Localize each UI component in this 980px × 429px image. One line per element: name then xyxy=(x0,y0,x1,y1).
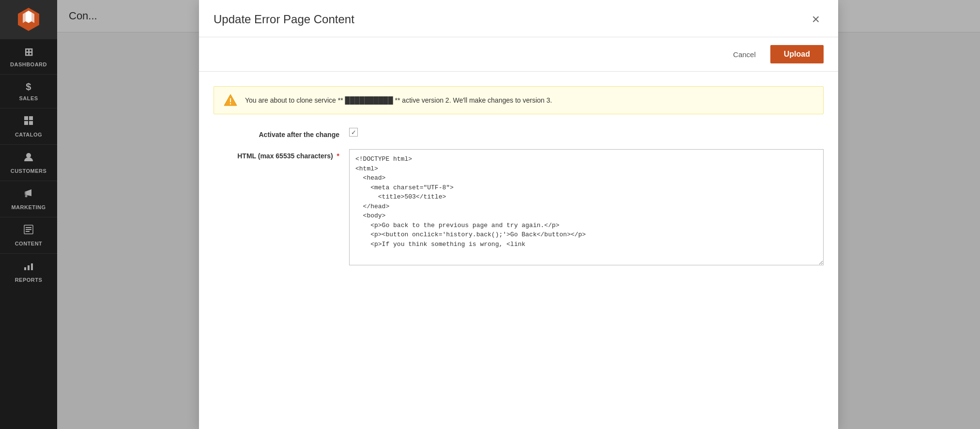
svg-point-4 xyxy=(26,153,31,158)
sidebar-item-sales-label: SALES xyxy=(19,95,38,101)
sidebar-item-customers[interactable]: CUSTOMERS xyxy=(0,144,57,181)
sidebar-item-reports-label: REPORTS xyxy=(15,277,43,283)
customers-icon xyxy=(23,152,34,165)
activate-row: Activate after the change ✓ xyxy=(214,128,824,138)
html-control xyxy=(349,149,824,265)
sidebar-item-dashboard[interactable]: ⊞ DASHBOARD xyxy=(0,39,57,74)
svg-rect-13 xyxy=(31,263,33,270)
svg-rect-2 xyxy=(24,121,28,125)
sidebar-item-customers-label: CUSTOMERS xyxy=(11,168,47,174)
warning-icon xyxy=(224,93,237,107)
modal-close-button[interactable]: × xyxy=(808,11,824,28)
content-icon xyxy=(23,224,34,238)
svg-rect-15 xyxy=(230,103,231,105)
catalog-icon xyxy=(23,115,34,129)
cancel-button[interactable]: Cancel xyxy=(724,46,765,62)
sidebar-item-catalog[interactable]: CATALOG xyxy=(0,108,57,144)
modal-body: You are about to clone service ** ██████… xyxy=(199,72,838,429)
modal-header: Update Error Page Content × xyxy=(199,0,838,37)
marketing-icon xyxy=(23,188,34,201)
reports-icon xyxy=(23,260,34,274)
sidebar-logo xyxy=(0,0,57,39)
sidebar-item-catalog-label: CATALOG xyxy=(15,132,42,138)
sales-icon: $ xyxy=(26,81,31,92)
svg-rect-14 xyxy=(230,98,231,102)
sidebar-item-dashboard-label: DASHBOARD xyxy=(10,61,47,67)
svg-rect-1 xyxy=(29,116,33,120)
sidebar-item-content-label: CONTENT xyxy=(15,241,43,246)
svg-rect-8 xyxy=(26,227,31,228)
warning-banner: You are about to clone service ** ██████… xyxy=(214,86,824,114)
dashboard-icon: ⊞ xyxy=(24,46,33,59)
sidebar-item-reports[interactable]: REPORTS xyxy=(0,253,57,290)
svg-rect-3 xyxy=(29,121,33,125)
sidebar-item-marketing[interactable]: MARKETING xyxy=(0,181,57,217)
activate-control: ✓ xyxy=(349,128,824,137)
html-textarea[interactable] xyxy=(349,149,824,265)
required-star: * xyxy=(337,152,339,160)
upload-button[interactable]: Upload xyxy=(770,45,824,63)
sidebar-item-sales[interactable]: $ SALES xyxy=(0,74,57,108)
modal-title: Update Error Page Content xyxy=(214,13,354,26)
main-content: Con... Update Error Page Content × Cance… xyxy=(57,0,980,429)
html-label: HTML (max 65535 characters) * xyxy=(214,149,339,160)
magento-logo-icon xyxy=(16,7,41,32)
activate-checkbox[interactable]: ✓ xyxy=(349,128,358,137)
sidebar-item-content[interactable]: CONTENT xyxy=(0,217,57,253)
warning-text: You are about to clone service ** ██████… xyxy=(245,96,552,104)
svg-rect-0 xyxy=(24,116,28,120)
svg-rect-10 xyxy=(26,231,30,232)
svg-rect-5 xyxy=(25,192,26,195)
svg-rect-9 xyxy=(26,229,31,230)
sidebar-item-marketing-label: MARKETING xyxy=(11,204,46,210)
activate-label: Activate after the change xyxy=(214,128,339,138)
sidebar: ⊞ DASHBOARD $ SALES CATALOG CUSTOMERS MA… xyxy=(0,0,57,429)
svg-rect-11 xyxy=(24,267,26,270)
svg-point-6 xyxy=(25,195,28,198)
svg-rect-12 xyxy=(28,265,30,270)
modal: Update Error Page Content × Cancel Uploa… xyxy=(199,0,838,429)
html-row: HTML (max 65535 characters) * xyxy=(214,149,824,265)
modal-overlay: Update Error Page Content × Cancel Uploa… xyxy=(57,0,980,429)
modal-toolbar: Cancel Upload xyxy=(199,37,838,72)
